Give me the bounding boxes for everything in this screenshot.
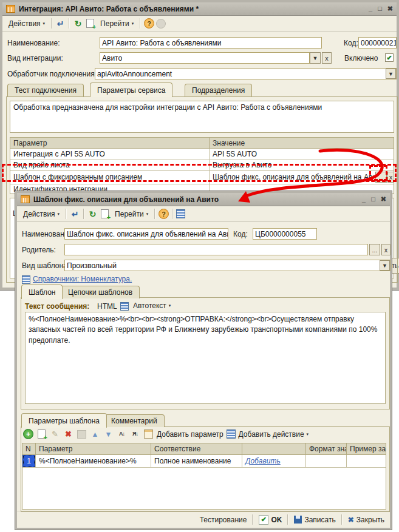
maximize-button[interactable]: □	[371, 196, 375, 203]
dropdown-icon: ▼	[388, 71, 394, 77]
dialog-window-controls: _ □ ✖	[362, 196, 386, 203]
ok-check-icon: ✔	[259, 515, 268, 525]
template-dialog: Шаблон фикс. описания для объявлений на …	[15, 191, 392, 530]
toolbar-separator	[51, 18, 52, 29]
dialog-title: Шаблон фикс. описания для объявлений на …	[33, 195, 358, 204]
actions-menu[interactable]: Действия▾	[5, 18, 48, 29]
footer-separator	[252, 514, 253, 525]
toolbar-separator	[172, 209, 173, 219]
minimize-button[interactable]: _	[369, 5, 372, 12]
ok-button-label: OK	[271, 516, 282, 524]
template-name-input[interactable]: Шаблон фикс. описания для объявлений на …	[64, 228, 228, 240]
template-kind-label: Вид шаблона:	[22, 261, 69, 270]
tab-service-params[interactable]: Параметры сервиса	[90, 82, 172, 97]
integration-type-dropdown-button[interactable]: ▼	[310, 52, 321, 64]
parent-clear-button[interactable]: x	[381, 244, 390, 255]
catalog-icon	[6, 5, 15, 13]
main-window-controls: _ □ ✖	[369, 5, 393, 12]
footer-separator	[341, 514, 343, 525]
help-icon[interactable]: ?	[144, 18, 154, 29]
maximize-button[interactable]: □	[378, 5, 382, 12]
dropdown-icon: ▼	[382, 263, 387, 269]
template-panel	[21, 297, 390, 409]
test-button[interactable]: Тестирование	[200, 516, 247, 524]
actions-menu-label: Действия	[9, 19, 41, 28]
close-x-icon: ✖	[348, 516, 354, 524]
toolbar-separator	[154, 209, 155, 219]
copy-add-icon[interactable]	[100, 209, 110, 219]
go-menu-label: Перейти	[115, 210, 144, 218]
go-menu-label: Перейти	[100, 19, 129, 28]
enabled-label: Включено	[344, 54, 378, 62]
refresh-icon[interactable]: ↻	[87, 209, 98, 219]
ok-button[interactable]: ✔OK	[259, 515, 282, 525]
toolbar-separator	[140, 18, 141, 29]
dropdown-icon: ▼	[313, 55, 318, 61]
code-input[interactable]: 000000021	[358, 37, 397, 49]
dialog-titlebar[interactable]: Шаблон фикс. описания для объявлений на …	[17, 193, 390, 206]
reread-icon[interactable]: ↵	[55, 19, 66, 29]
main-titlebar[interactable]: Интеграция: API Авито: Работа с объявлен…	[2, 2, 397, 16]
structure-icon[interactable]	[176, 209, 185, 218]
parent-ellipsis-button[interactable]: ...	[369, 244, 380, 255]
tab-test-connection[interactable]: Тест подключения	[7, 84, 84, 96]
handler-input[interactable]: apiAvitoAnnouncement	[95, 68, 397, 79]
nomenclature-link[interactable]: Справочники: Номенклатура.	[33, 275, 132, 283]
tab-departments[interactable]: Подразделения	[185, 84, 252, 96]
handler-dropdown-button[interactable]: ▼	[386, 69, 396, 79]
dialog-toolbar: Действия▾ ↵ ↻ Перейти▾ ?	[17, 206, 390, 222]
go-menu[interactable]: Перейти▾	[97, 18, 137, 29]
actions-menu[interactable]: Действия▾	[20, 209, 63, 220]
tab-template-chains[interactable]: Цепочки шаблонов	[61, 286, 140, 298]
save-button-label: Записать	[304, 516, 335, 524]
floppy-icon	[294, 516, 302, 524]
tab-comment[interactable]: Комментарий	[104, 414, 165, 427]
disabled-tool-icon	[156, 19, 166, 29]
close-button[interactable]: ✖	[381, 196, 386, 203]
check-icon: ✔	[386, 54, 392, 62]
help-icon[interactable]: ?	[159, 209, 169, 219]
template-kind-dropdown-button[interactable]: ▼	[380, 260, 390, 271]
reread-icon[interactable]: ↵	[70, 209, 80, 219]
name-label: Наименование:	[7, 39, 60, 47]
close-dialog-button[interactable]: ✖Закрыть	[348, 516, 384, 524]
document-plus-icon	[101, 209, 109, 218]
chevron-down-icon: ▾	[132, 21, 134, 26]
save-button[interactable]: Записать	[294, 516, 335, 524]
toolbar-separator	[66, 209, 67, 219]
main-toolbar: Действия▾ ↵ ↻ Перейти▾ ?	[2, 16, 397, 32]
integration-type-label: Вид интеграции:	[7, 54, 63, 62]
chevron-down-icon: ▾	[43, 21, 46, 26]
screenshot-root: Интеграция: API Авито: Работа с объявлен…	[0, 0, 399, 532]
enabled-checkbox[interactable]: ✔	[385, 53, 394, 62]
tab-template-params[interactable]: Параметры шаблона	[21, 413, 107, 428]
tab-template[interactable]: Шаблон	[21, 285, 63, 299]
minimize-button[interactable]: _	[362, 196, 366, 203]
document-plus-icon	[86, 19, 94, 28]
main-window-title: Интеграция: API Авито: Работа с объявлен…	[19, 5, 365, 13]
code-label: Код:	[233, 230, 248, 238]
handler-label: Обработчик подключения:	[7, 70, 97, 78]
template-kind-input[interactable]: Произвольный	[64, 260, 390, 271]
template-code-input[interactable]: ЦБ0000000055	[253, 228, 317, 240]
integration-type-input[interactable]: Авито	[100, 52, 310, 64]
test-button-label: Тестирование	[200, 516, 247, 524]
parent-label: Родитель:	[22, 246, 56, 254]
chevron-down-icon: ▾	[58, 212, 60, 217]
catalog-link-icon	[22, 275, 30, 284]
close-button-label: Закрыть	[356, 516, 384, 524]
code-label: Код:	[344, 39, 358, 47]
copy-add-icon[interactable]	[85, 19, 95, 29]
catalog-icon	[21, 195, 30, 203]
name-input[interactable]: API Авито: Работа с объявлениями	[100, 37, 322, 49]
dialog-footer: Тестирование ✔OK Записать ✖Закрыть	[17, 511, 390, 528]
footer-separator	[287, 514, 288, 525]
parent-input[interactable]	[64, 244, 368, 255]
toolbar-separator	[69, 18, 70, 29]
template-params-panel	[21, 426, 390, 512]
close-button[interactable]: ✖	[387, 5, 393, 12]
go-menu[interactable]: Перейти▾	[112, 209, 151, 220]
integration-type-clear-button[interactable]: x	[322, 52, 332, 64]
actions-menu-label: Действия	[23, 210, 55, 218]
refresh-icon[interactable]: ↻	[73, 19, 83, 29]
